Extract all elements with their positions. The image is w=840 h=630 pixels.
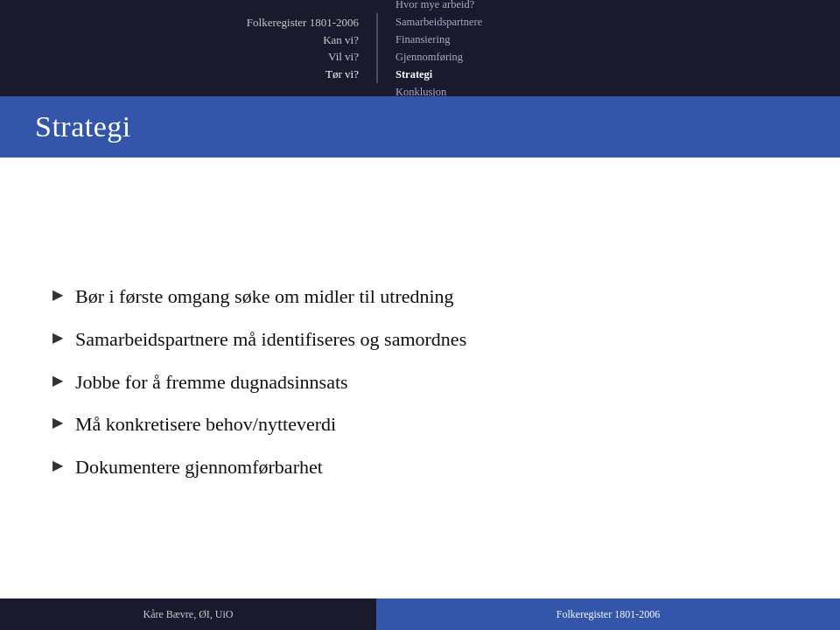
bullet-text: Samarbeidspartnere må identifiseres og s…	[75, 326, 466, 354]
bullet-text: Må konkretisere behov/nytteverdi	[75, 411, 336, 438]
bullet-arrow-icon: ▶	[52, 329, 63, 346]
footer: Kåre Bævre, ØI, UiO Folkeregister 1801-2…	[0, 598, 840, 630]
footer-author: Kåre Bævre, ØI, UiO	[144, 608, 234, 621]
footer-right: Folkeregister 1801-2006	[376, 598, 840, 630]
bullet-item: ▶Dokumentere gjennomførbarhet	[52, 454, 788, 481]
top-bar-left-line: Vil vi?	[328, 48, 359, 66]
footer-left: Kåre Bævre, ØI, UiO	[0, 598, 376, 630]
nav-item[interactable]: Finansiering	[396, 31, 840, 48]
bullet-arrow-icon: ▶	[52, 286, 63, 303]
bullet-arrow-icon: ▶	[52, 457, 63, 473]
slide-title: Strategi	[35, 110, 131, 144]
top-bar-left-line: Kan vi?	[323, 32, 359, 49]
bullet-text: Bør i første omgang søke om midler til u…	[75, 284, 454, 311]
top-bar-nav: Hvor mye arbeid?SamarbeidspartnereFinans…	[378, 0, 840, 96]
top-bar-left-line: Folkeregister 1801-2006	[247, 14, 359, 32]
slide: Folkeregister 1801-2006Kan vi?Vil vi?Tør…	[0, 0, 840, 630]
bullet-text: Jobbe for å fremme dugnadsinnsats	[75, 369, 348, 396]
nav-item[interactable]: Samarbeidspartnere	[396, 13, 840, 31]
header-band: Strategi	[0, 96, 840, 158]
nav-item[interactable]: Gjennomføring	[396, 48, 840, 66]
bullet-arrow-icon: ▶	[52, 372, 63, 388]
nav-item[interactable]: Strategi	[396, 66, 840, 83]
nav-item[interactable]: Hvor mye arbeid?	[396, 0, 840, 13]
footer-title: Folkeregister 1801-2006	[556, 608, 660, 621]
bullet-item: ▶Samarbeidspartnere må identifiseres og …	[52, 326, 788, 354]
content-area: ▶Bør i første omgang søke om midler til …	[0, 158, 840, 598]
bullet-text: Dokumentere gjennomførbarhet	[75, 454, 323, 481]
bullet-item: ▶Må konkretisere behov/nytteverdi	[52, 411, 788, 438]
top-bar-left-line: Tør vi?	[326, 66, 359, 83]
top-bar-left: Folkeregister 1801-2006Kan vi?Vil vi?Tør…	[0, 0, 376, 96]
bullet-item: ▶Jobbe for å fremme dugnadsinnsats	[52, 369, 788, 396]
bullet-item: ▶Bør i første omgang søke om midler til …	[52, 284, 788, 311]
top-bar: Folkeregister 1801-2006Kan vi?Vil vi?Tør…	[0, 0, 840, 96]
bullet-arrow-icon: ▶	[52, 414, 63, 430]
